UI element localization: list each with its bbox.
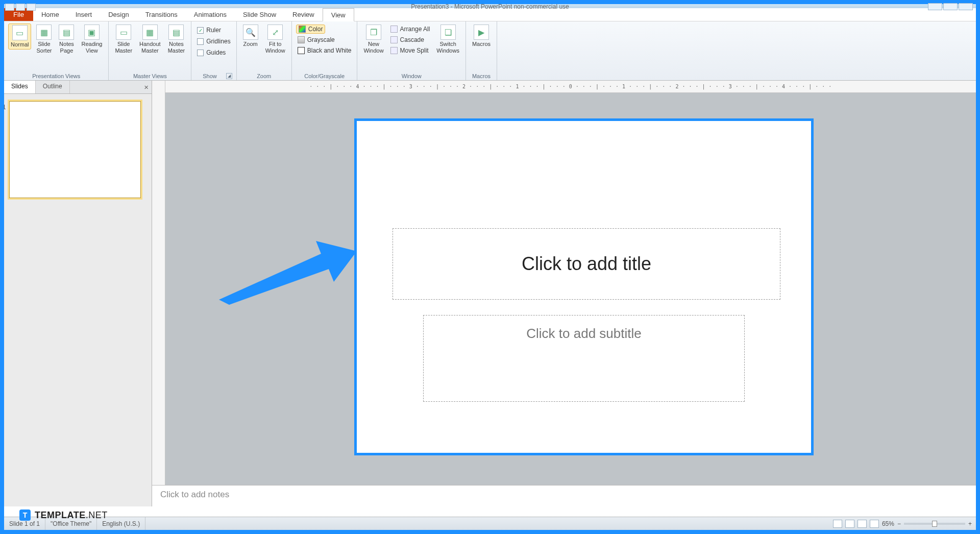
reading-view-status-icon[interactable] (857, 520, 867, 528)
group-label-master-views: Master Views (113, 71, 187, 80)
sorter-view-status-icon[interactable] (845, 520, 854, 528)
zoom-out-icon[interactable]: − (897, 520, 901, 527)
reading-view-icon: ▣ (84, 25, 100, 40)
notes-page-label: Notes Page (59, 41, 74, 54)
fit-to-window-button[interactable]: ⤢ Fit to Window (263, 23, 287, 55)
black-white-button[interactable]: Black and White (296, 46, 353, 55)
reading-view-button[interactable]: ▣ Reading View (79, 23, 104, 55)
slide-canvas-area[interactable]: Click to add title Click to add subtitle (165, 93, 976, 506)
tab-animations[interactable]: Animations (186, 8, 235, 21)
reading-view-label: Reading View (81, 41, 102, 54)
vertical-ruler (152, 81, 165, 506)
slide-master-button[interactable]: ▭ Slide Master (113, 23, 134, 55)
subtitle-placeholder[interactable]: Click to add subtitle (423, 315, 745, 402)
ruler-checkbox[interactable]: ✓Ruler (195, 26, 223, 35)
outline-tab[interactable]: Outline (36, 81, 70, 93)
normal-view-label: Normal (11, 41, 29, 48)
notes-page-button[interactable]: ▤ Notes Page (57, 23, 76, 55)
color-button[interactable]: Color (296, 25, 326, 34)
group-label-macros: Macros (470, 71, 493, 80)
tab-design[interactable]: Design (100, 8, 137, 21)
group-zoom: 🔍 Zoom ⤢ Fit to Window Zoom (237, 21, 292, 80)
group-color-grayscale: Color Grayscale Black and White Color/Gr… (292, 21, 358, 80)
notes-pane[interactable]: Click to add notes (152, 485, 976, 506)
slide-canvas[interactable]: Click to add title Click to add subtitle (354, 118, 814, 455)
tab-view[interactable]: View (323, 8, 354, 21)
grayscale-icon (298, 36, 305, 43)
handout-master-button[interactable]: ▦ Handout Master (137, 23, 163, 55)
editor-area: · · · | · · · 4 · · · | · · · 3 · · · | … (165, 81, 976, 506)
group-window: ❐ New Window Arrange All Cascade Move Sp… (357, 21, 465, 80)
zoom-slider-thumb[interactable] (932, 521, 937, 527)
guides-label: Guides (206, 49, 226, 56)
bw-label: Black and White (307, 47, 352, 54)
close-button[interactable] (959, 3, 973, 10)
ruler-label: Ruler (206, 27, 221, 34)
guides-checkbox[interactable]: Guides (195, 48, 227, 57)
minimize-button[interactable] (928, 3, 942, 10)
ribbon: ▭ Normal ▦ Slide Sorter ▤ Notes Page ▣ R… (4, 21, 976, 81)
zoom-button[interactable]: 🔍 Zoom (241, 23, 260, 48)
slides-tab[interactable]: Slides (4, 81, 36, 93)
watermark: T TEMPLATE.NET (19, 509, 108, 521)
macros-button[interactable]: ▶ Macros (470, 23, 493, 48)
notes-master-button[interactable]: ▤ Notes Master (166, 23, 187, 55)
cascade-icon (390, 36, 398, 43)
maximize-button[interactable] (943, 3, 958, 10)
normal-view-button[interactable]: ▭ Normal (8, 23, 31, 50)
switch-windows-icon: ❏ (440, 25, 456, 40)
gridlines-checkbox[interactable]: Gridlines (195, 37, 232, 46)
fit-window-label: Fit to Window (265, 41, 285, 54)
qat-redo-icon[interactable] (27, 4, 36, 11)
zoom-slider[interactable] (904, 523, 965, 525)
check-icon: ✓ (197, 27, 204, 34)
fit-window-icon: ⤢ (267, 25, 283, 40)
title-bar: Presentation3 - Microsoft PowerPoint non… (4, 4, 976, 8)
tab-insert[interactable]: Insert (67, 8, 101, 21)
group-label-color: Color/Grayscale (296, 71, 353, 80)
group-label-zoom: Zoom (241, 71, 287, 80)
slide-sorter-button[interactable]: ▦ Slide Sorter (34, 23, 54, 55)
qat-save-icon[interactable] (5, 4, 14, 11)
slide-thumbnail-1[interactable]: 1 (9, 101, 141, 198)
group-show: ✓Ruler Gridlines Guides Show◢ (191, 21, 236, 80)
cascade-button[interactable]: Cascade (389, 35, 432, 44)
zoom-in-icon[interactable]: + (968, 520, 972, 527)
color-label: Color (308, 26, 323, 33)
tab-home[interactable]: Home (33, 8, 67, 21)
grayscale-button[interactable]: Grayscale (296, 35, 336, 44)
slideshow-view-status-icon[interactable] (870, 520, 879, 528)
window-title: Presentation3 - Microsoft PowerPoint non… (411, 3, 569, 10)
status-bar: Slide 1 of 1 "Office Theme" English (U.S… (4, 517, 976, 530)
zoom-label: Zoom (243, 41, 258, 47)
move-split-label: Move Split (400, 47, 429, 54)
status-right: 65% − + (833, 520, 976, 528)
svg-marker-0 (219, 241, 357, 305)
magnifier-icon: 🔍 (243, 25, 258, 40)
quick-access-toolbar (5, 4, 36, 11)
notes-page-icon: ▤ (59, 25, 74, 40)
dialog-launcher-icon[interactable]: ◢ (226, 73, 232, 79)
group-macros: ▶ Macros Macros (466, 21, 497, 80)
tab-transitions[interactable]: Transitions (137, 8, 186, 21)
group-presentation-views: ▭ Normal ▦ Slide Sorter ▤ Notes Page ▣ R… (4, 21, 109, 80)
switch-windows-button[interactable]: ❏ Switch Windows (434, 23, 461, 55)
tab-review[interactable]: Review (284, 8, 323, 21)
normal-view-status-icon[interactable] (833, 520, 842, 528)
window-controls (928, 3, 973, 10)
new-window-label: New Window (363, 41, 383, 54)
slide-sorter-icon: ▦ (36, 25, 52, 40)
thumbnails-list[interactable]: 1 (4, 94, 152, 506)
check-icon (197, 38, 204, 45)
tab-slide-show[interactable]: Slide Show (235, 8, 284, 21)
qat-undo-icon[interactable] (16, 4, 25, 11)
new-window-icon: ❐ (366, 25, 381, 40)
close-panel-icon[interactable]: × (144, 83, 149, 91)
new-window-button[interactable]: ❐ New Window (361, 23, 385, 55)
arrange-all-icon (390, 26, 398, 33)
switch-windows-label: Switch Windows (436, 41, 459, 54)
arrange-all-button[interactable]: Arrange All (389, 25, 432, 34)
move-split-button[interactable]: Move Split (389, 46, 432, 55)
title-placeholder[interactable]: Click to add title (393, 228, 780, 300)
watermark-text: TEMPLATE.NET (35, 510, 108, 521)
